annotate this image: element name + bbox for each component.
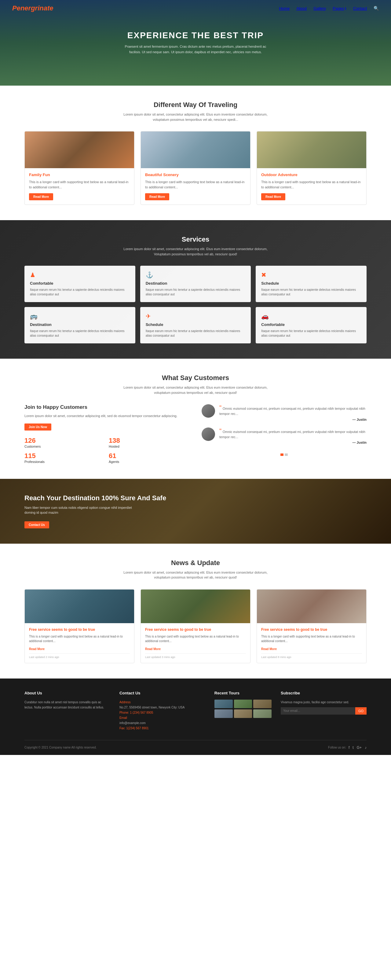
- services-section: Services Lorem ipsum dolor sit amet, con…: [0, 220, 391, 359]
- car-icon: 🚗: [261, 312, 361, 320]
- footer-contact-title: Contact Us: [119, 691, 205, 695]
- subscribe-email-input[interactable]: [281, 707, 355, 714]
- service-schedule-1-text: Itaque earum rerum hic tenetur a sapient…: [261, 288, 361, 297]
- card-outdoor-title: Outdoor Adventure: [261, 172, 362, 177]
- chevron-down-icon: ▾: [345, 7, 347, 10]
- cta-button[interactable]: Contact Us: [24, 521, 49, 528]
- dot-1[interactable]: [280, 453, 283, 456]
- service-comfortable-text: Itaque earum rerum hic tenetur a sapient…: [30, 288, 130, 297]
- social-links: f t G+ ♪: [348, 745, 367, 751]
- card-family-image: [25, 132, 134, 168]
- nav-pages[interactable]: Pages ▾: [332, 6, 347, 11]
- nav-contact[interactable]: Contact: [353, 6, 367, 11]
- service-destination-2-title: Destination: [30, 322, 130, 327]
- card-family-title: Family Fun: [29, 172, 130, 177]
- testimonial-2-avatar: [202, 428, 215, 441]
- services-subtitle: Lorem ipsum dolor sit amet, consectetur …: [122, 247, 269, 256]
- card-scenery: Beautiful Scenery This is a longer card …: [141, 131, 250, 205]
- tour-thumb-4[interactable]: [214, 710, 233, 718]
- card-family-text: This is a longer card with supporting te…: [29, 180, 130, 189]
- nav-home[interactable]: Home: [279, 6, 290, 11]
- footer-address-label: Address: [119, 700, 205, 705]
- navbar: Penergrinate Home About Gallery Pages ▾ …: [0, 0, 391, 16]
- news-link-3[interactable]: Read More: [261, 648, 277, 651]
- stat-customers-num: 126: [24, 437, 105, 445]
- join-title: Join to Happy Customers: [24, 404, 189, 410]
- footer: About Us Curabitur non nulla sit amet ni…: [0, 679, 391, 755]
- testimonial-1-text: Omnic euismod consequat mi, pretium cons…: [219, 407, 365, 415]
- stat-professionals-num: 115: [24, 452, 105, 460]
- stat-agents-label: Agents: [109, 460, 189, 463]
- card-outdoor-text: This is a longer card with supporting te…: [261, 180, 362, 189]
- service-destination-2-text: Itaque earum rerum hic tenetur a sapient…: [30, 329, 130, 338]
- footer-phone[interactable]: Phone: 1 (234) 567 8905: [119, 710, 205, 715]
- service-schedule-2-title: Schedule: [146, 322, 245, 327]
- quote-mark-1: ": [219, 404, 222, 411]
- cta-title: Reach Your Destination 100% Sure And Saf…: [24, 494, 367, 502]
- social-twitter[interactable]: t: [353, 745, 353, 751]
- site-logo[interactable]: Penergrinate: [12, 4, 54, 12]
- testimonials: " Omnic euismod consequat mi, pretium co…: [202, 404, 367, 456]
- tour-thumb-1[interactable]: [214, 700, 233, 708]
- card-outdoor-button[interactable]: Read More: [261, 193, 285, 200]
- search-icon[interactable]: 🔍: [374, 6, 379, 11]
- service-comfortable-title: Comfortable: [30, 281, 130, 286]
- news-text-3: This is a longer card with supporting te…: [261, 634, 362, 643]
- news-link-1[interactable]: Read More: [29, 648, 44, 651]
- footer-subscribe: Subscribe Vivamus magna justo, facilisi …: [281, 691, 367, 731]
- news-link-2[interactable]: Read More: [145, 648, 161, 651]
- testimonial-2: " Omnic euismod consequat mi, pretium co…: [202, 428, 367, 445]
- stat-hosted-label: Hosted: [109, 445, 189, 448]
- dot-2[interactable]: [285, 453, 288, 456]
- services-grid: ♟ Comfortable Itaque earum rerum hic ten…: [24, 266, 367, 344]
- stat-professionals-label: Professionals: [24, 460, 105, 463]
- footer-grid: About Us Curabitur non nulla sit amet ni…: [24, 691, 367, 731]
- traveling-title: Different Way Of Traveling: [24, 101, 367, 109]
- service-schedule-1-title: Schedule: [261, 281, 361, 286]
- news-title: News & Update: [24, 559, 367, 567]
- news-text-2: This is a longer card with supporting te…: [145, 634, 246, 643]
- stat-agents-num: 61: [109, 452, 189, 460]
- social-music[interactable]: ♪: [365, 745, 367, 751]
- service-schedule-1: ✖ Schedule Itaque earum rerum hic tenetu…: [256, 266, 367, 302]
- tour-thumb-6[interactable]: [253, 710, 272, 718]
- social-googleplus[interactable]: G+: [357, 745, 362, 751]
- stat-agents: 61 Agents: [109, 452, 189, 463]
- follow-us: Follow us on: f t G+ ♪: [328, 745, 367, 751]
- news-date-1: Last updated 2 mins ago: [29, 654, 130, 659]
- news-card-3: Free service seems to good to be true Th…: [256, 589, 367, 663]
- news-image-3: [257, 590, 366, 623]
- nav-about[interactable]: About: [296, 6, 307, 11]
- news-title-2: Free service seems to good to be true: [145, 627, 246, 632]
- tour-thumb-3[interactable]: [253, 700, 272, 708]
- social-facebook[interactable]: f: [348, 745, 350, 751]
- join-button[interactable]: Join Us Now: [24, 423, 51, 431]
- card-outdoor: Outdoor Adventure This is a longer card …: [256, 131, 367, 205]
- card-scenery-button[interactable]: Read More: [145, 193, 169, 200]
- footer-about: About Us Curabitur non nulla sit amet ni…: [24, 691, 110, 731]
- news-body-1: Free service seems to good to be true Th…: [25, 623, 134, 663]
- cta-description: Nam liber tempor cum soluta nobis eligen…: [24, 505, 141, 515]
- comfortable-icon: ♟: [30, 271, 130, 278]
- nav-gallery[interactable]: Gallery: [313, 6, 326, 11]
- plane-icon: ✈: [146, 312, 245, 320]
- footer-email-value[interactable]: info@example.com: [119, 721, 205, 725]
- testimonial-1-content: " Omnic euismod consequat mi, pretium co…: [219, 404, 367, 422]
- customers-layout: Join to Happy Customers Lorem ipsum dolo…: [24, 404, 367, 463]
- hero-title: EXPERIENCE THE BEST TRIP: [122, 30, 269, 40]
- card-scenery-body: Beautiful Scenery This is a longer card …: [141, 168, 250, 205]
- subscribe-button[interactable]: GO: [355, 707, 367, 714]
- stat-customers: 126 Customers: [24, 437, 105, 448]
- footer-address-value: No.27, 5569456 street town, Newyork City…: [119, 705, 205, 710]
- service-comfortable-2: 🚗 Comfortable Itaque earum rerum hic ten…: [256, 307, 367, 344]
- testimonial-2-author: — Justin: [219, 441, 367, 444]
- tour-thumb-2[interactable]: [234, 700, 252, 708]
- tour-thumb-5[interactable]: [234, 710, 252, 718]
- customers-section-subtitle: Lorem ipsum dolor sit amet, consectetur …: [122, 385, 269, 395]
- testimonial-1-author: — Justin: [219, 418, 367, 422]
- card-family-button[interactable]: Read More: [29, 193, 53, 200]
- news-body-2: Free service seems to good to be true Th…: [141, 623, 250, 663]
- follow-text: Follow us on:: [328, 746, 346, 749]
- footer-about-title: About Us: [24, 691, 110, 695]
- service-destination-1: ⚓ Destination Itaque earum rerum hic ten…: [140, 266, 251, 302]
